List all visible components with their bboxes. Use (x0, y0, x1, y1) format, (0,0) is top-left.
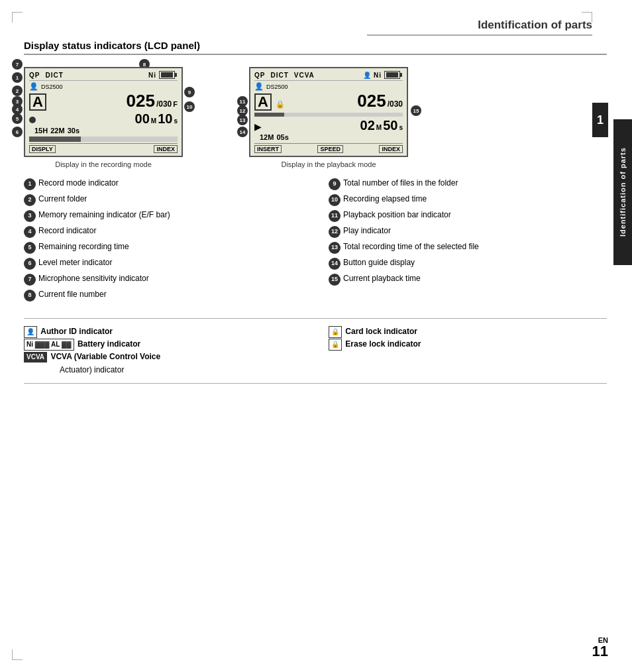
elapsed-m-unit: M (151, 117, 156, 125)
desc-text-12: Play indicator (343, 225, 391, 236)
bottom-item-cardlock: 🔒 Card lock indicator (329, 325, 607, 338)
battery-badge: Ni ▓▓▓ AL ▓▓ (24, 339, 74, 351)
desc-num-1: 1 (24, 178, 36, 190)
desc-num-13: 13 (329, 242, 341, 254)
section-title: Display status indicators (LCD panel) (24, 40, 607, 55)
desc-text-3: Memory remaining indicator (E/F bar) (38, 209, 170, 220)
desc-text-9: Total number of files in the folder (343, 178, 458, 188)
lcd-rec-row2: 👤 DS2500 (29, 82, 178, 91)
play-arrow-icon: ▶ (254, 121, 262, 132)
desc-text-5: Remaining recording time (38, 241, 129, 252)
elapsed-s-unit: s (174, 117, 178, 125)
desc-num-4: 4 (24, 226, 36, 238)
desc-num-7: 7 (24, 274, 36, 286)
play-elapsed-m-unit: M (376, 124, 382, 131)
remaining-s: 30 (68, 127, 76, 135)
ni-label: Ni (148, 72, 156, 79)
page-title: Identification of parts (367, 19, 592, 36)
desc-text-15: Current playback time (343, 273, 421, 284)
remaining-m-unit: M (58, 127, 64, 135)
desc-text-4: Record indicator (38, 225, 96, 236)
playback-position-bar (254, 113, 403, 117)
level-meter-bar (29, 137, 178, 142)
desc-num-8: 8 (24, 290, 36, 302)
vcva-label: VCVA (Variable Control Voice (50, 352, 160, 361)
desc-col-left: 1 Record mode indicator 2 Current folder… (24, 178, 302, 305)
desc-item-2: 2 Current folder (24, 194, 302, 206)
lcd-play-row1: QP DICT VCVA 👤 Ni (254, 71, 403, 81)
play-total-m: 12 (260, 133, 268, 141)
desc-item-11: 11 Playback position bar indicator (329, 209, 607, 222)
mode-letter: A (29, 93, 46, 111)
desc-item-9: 9 Total number of files in the folder (329, 178, 607, 190)
level-meter-fill (29, 137, 81, 142)
play-mode-letter: A (254, 93, 272, 111)
desc-item-4: 4 Record indicator (24, 225, 302, 238)
callout-2: 2 (12, 85, 23, 96)
callout-1: 1 (12, 72, 23, 83)
desc-item-7: 7 Microphone sensitivity indicator (24, 273, 302, 286)
vcva-label-cont: Actuator) indicator (60, 364, 302, 376)
main-content: Display status indicators (LCD panel) 7 … (24, 40, 607, 384)
desc-item-12: 12 Play indicator (329, 225, 607, 238)
desc-item-14: 14 Button guide display (329, 257, 607, 270)
lcd-play-row3: A 🔒 025 /030 (254, 91, 403, 111)
desc-num-11: 11 (329, 210, 341, 222)
author-badge: 👤 (24, 326, 37, 338)
desc-text-14: Button guide display (343, 257, 415, 268)
desc-text-8: Current file number (38, 289, 107, 300)
bottom-item-battery: Ni ▓▓▓ AL ▓▓ Battery indicator (24, 338, 302, 351)
bottom-col-left: 👤 Author ID indicator Ni ▓▓▓ AL ▓▓ Batte… (24, 325, 302, 376)
lcd-rec-row5: 15 H 22 M 30 s (29, 126, 178, 135)
desc-item-1: 1 Record mode indicator (24, 178, 302, 190)
desc-item-8: 8 Current file number (24, 289, 302, 302)
lcd-rec-row3: A 025 /030 F (29, 91, 178, 111)
corner-mark-bl (12, 649, 23, 660)
lcd-play-row5: 12 M 05 s (254, 133, 403, 142)
disply-btn: DISPLY (29, 145, 56, 153)
f-label: F (173, 100, 178, 108)
callout-9: 9 (184, 87, 195, 97)
desc-item-13: 13 Total recording time of the selected … (329, 241, 607, 254)
play-total-m-unit: M (268, 133, 274, 141)
desc-text-11: Playback position bar indicator (343, 209, 451, 220)
play-elapsed-h: 02 (360, 119, 375, 132)
desc-num-9: 9 (329, 178, 341, 190)
lcd-rec-row4: 00 M 10 s (29, 111, 178, 126)
lcd-rec-row6: DISPLY INDEX (29, 143, 178, 153)
sidebar-tab: Identification of parts (613, 119, 632, 265)
desc-num-5: 5 (24, 242, 36, 254)
desc-text-2: Current folder (38, 194, 87, 204)
desc-num-15: 15 (329, 274, 341, 286)
eraselock-badge: 🔒 (329, 339, 342, 351)
play-model-label: DS2500 (266, 84, 288, 90)
desc-item-5: 5 Remaining recording time (24, 241, 302, 254)
battery-label: Battery indicator (78, 339, 140, 349)
qp-label: QP (29, 72, 40, 79)
desc-item-15: 15 Current playback time (329, 273, 607, 286)
lcd-displays-row: 7 8 9 10 1 2 (24, 67, 607, 168)
desc-item-3: 3 Memory remaining indicator (E/F bar) (24, 209, 302, 222)
model-label: DS2500 (41, 84, 63, 90)
desc-num-10: 10 (329, 194, 341, 206)
desc-num-12: 12 (329, 226, 341, 238)
desc-item-6: 6 Level meter indicator (24, 257, 302, 270)
callout-7: 7 (12, 59, 23, 70)
recording-display-wrapper: 7 8 9 10 1 2 (24, 67, 183, 168)
callout-6: 6 (12, 127, 23, 137)
callout-5: 5 (12, 113, 23, 124)
play-index-btn: INDEX (379, 145, 403, 153)
desc-text-13: Total recording time of the selected fil… (343, 241, 479, 252)
play-total-s-unit: s (285, 133, 289, 141)
file-number: 025 (127, 92, 155, 109)
remaining-h-unit: H (42, 127, 48, 135)
desc-text-6: Level meter indicator (38, 257, 112, 268)
play-dict-label: DICT (270, 72, 288, 79)
callout-14: 14 (237, 127, 248, 137)
dict-label: DICT (45, 72, 63, 79)
file-total: /030 (156, 99, 172, 109)
playback-display-wrapper: 11 12 13 14 15 (249, 67, 408, 168)
lcd-play-row2: 👤 DS2500 (254, 82, 403, 91)
remaining-h: 15 (34, 127, 42, 135)
callout-15: 15 (411, 105, 421, 116)
